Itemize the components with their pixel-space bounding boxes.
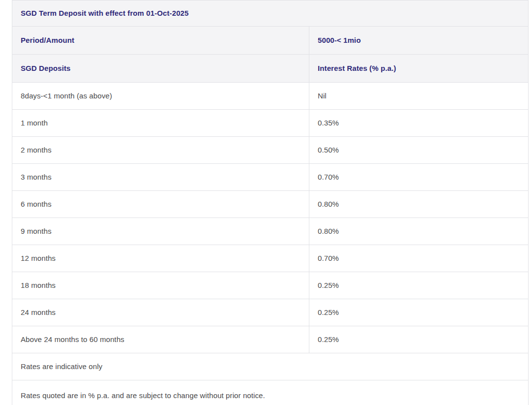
rate-cell: 0.70%: [309, 245, 529, 272]
page: SGD Term Deposit with effect from 01-Oct…: [0, 0, 532, 405]
period-cell: 3 months: [12, 164, 309, 191]
table-title: SGD Term Deposit with effect from 01-Oct…: [12, 0, 529, 27]
table-row: 18 months 0.25%: [12, 272, 529, 299]
table-row: 8days-<1 month (as above) Nil: [12, 83, 529, 110]
col-header-amount-band: 5000-< 1mio: [309, 27, 529, 55]
term-deposit-rates-table: SGD Term Deposit with effect from 01-Oct…: [12, 0, 529, 405]
rate-cell: 0.25%: [309, 326, 529, 353]
table-row: 24 months 0.25%: [12, 299, 529, 326]
rate-cell: 0.70%: [309, 164, 529, 191]
footnote-indicative: Rates are indicative only: [12, 353, 529, 380]
col-header-interest-rates: Interest Rates (% p.a.): [309, 55, 529, 83]
rate-cell: 0.25%: [309, 272, 529, 299]
period-cell: 1 month: [12, 110, 309, 137]
rate-cell: 0.35%: [309, 110, 529, 137]
footnote-disclaimer: Rates quoted are in % p.a. and are subje…: [12, 380, 529, 405]
period-cell: Above 24 months to 60 months: [12, 326, 309, 353]
table-row: Above 24 months to 60 months 0.25%: [12, 326, 529, 353]
table-row: 12 months 0.70%: [12, 245, 529, 272]
rate-cell: 0.80%: [309, 191, 529, 218]
column-header-row: Period/Amount 5000-< 1mio: [12, 27, 529, 55]
rate-cell: Nil: [309, 83, 529, 110]
period-cell: 24 months: [12, 299, 309, 326]
footnote-row: Rates quoted are in % p.a. and are subje…: [12, 380, 529, 405]
rate-cell: 0.25%: [309, 299, 529, 326]
period-cell: 18 months: [12, 272, 309, 299]
period-cell: 2 months: [12, 137, 309, 164]
col-header-period-amount: Period/Amount: [12, 27, 309, 55]
period-cell: 9 months: [12, 218, 309, 245]
period-cell: 6 months: [12, 191, 309, 218]
period-cell: 8days-<1 month (as above): [12, 83, 309, 110]
column-header-row: SGD Deposits Interest Rates (% p.a.): [12, 55, 529, 83]
table-row: 1 month 0.35%: [12, 110, 529, 137]
period-cell: 12 months: [12, 245, 309, 272]
rate-cell: 0.50%: [309, 137, 529, 164]
table-row: 6 months 0.80%: [12, 191, 529, 218]
table-row: 2 months 0.50%: [12, 137, 529, 164]
table-row: 3 months 0.70%: [12, 164, 529, 191]
table-title-row: SGD Term Deposit with effect from 01-Oct…: [12, 0, 529, 27]
footnote-row: Rates are indicative only: [12, 353, 529, 380]
col-header-sgd-deposits: SGD Deposits: [12, 55, 309, 83]
rate-cell: 0.80%: [309, 218, 529, 245]
table-row: 9 months 0.80%: [12, 218, 529, 245]
